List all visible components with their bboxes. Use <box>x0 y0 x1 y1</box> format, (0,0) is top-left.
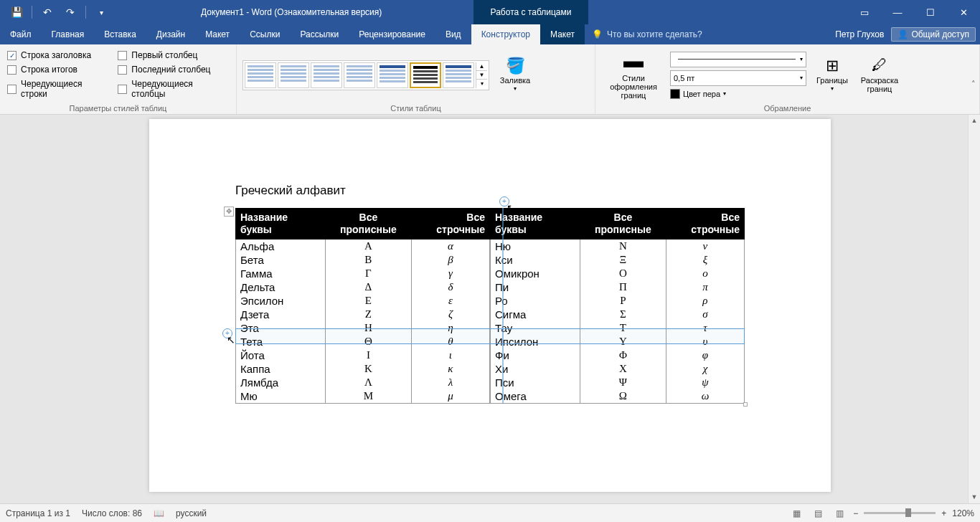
zoom-slider[interactable] <box>864 512 936 514</box>
table-row[interactable]: ЭтаΗη <box>236 321 490 335</box>
table-row[interactable]: ТетаΘθ <box>236 335 490 348</box>
gallery-up-icon[interactable]: ▲ <box>476 62 487 71</box>
cell-name[interactable]: Лямбда <box>236 376 326 389</box>
cell-lower[interactable]: β <box>411 253 489 267</box>
checkbox-banded-rows[interactable] <box>7 85 17 94</box>
col-lower[interactable]: Все строчные <box>411 209 489 239</box>
cell-lower[interactable]: ε <box>411 294 489 308</box>
cell-name[interactable]: Тета <box>236 335 326 348</box>
cell-name[interactable]: Альфа <box>236 239 326 253</box>
cell-name[interactable]: Бета <box>236 253 326 267</box>
cell-upper[interactable]: Γ <box>325 267 411 280</box>
ribbon-display-icon[interactable]: ▭ <box>848 0 881 24</box>
cell-upper[interactable]: Ρ <box>580 294 666 308</box>
table-row[interactable]: ОмикронΟο <box>491 267 745 280</box>
table-move-handle[interactable]: ✥ <box>224 207 234 217</box>
cell-upper[interactable]: Υ <box>580 335 666 348</box>
cell-lower[interactable]: φ <box>666 348 744 362</box>
pen-color-button[interactable]: Цвет пера▾ <box>670 89 806 99</box>
tab-review[interactable]: Рецензирование <box>349 24 435 44</box>
cell-upper[interactable]: Ν <box>580 239 666 253</box>
cell-name[interactable]: Хи <box>491 362 580 376</box>
insert-row-indicator[interactable]: + <box>222 328 232 338</box>
status-language[interactable]: русский <box>176 508 207 518</box>
table-row[interactable]: НюΝν <box>491 239 745 253</box>
cell-name[interactable]: Ро <box>491 294 580 308</box>
redo-button[interactable]: ↷ <box>60 2 81 22</box>
line-weight-dropdown[interactable]: 0,5 пт▾ <box>670 70 806 86</box>
cell-name[interactable]: Омега <box>491 389 580 404</box>
cell-lower[interactable]: ω <box>666 389 744 404</box>
cell-upper[interactable]: Ε <box>325 294 411 308</box>
scroll-up-icon[interactable]: ▲ <box>969 115 980 127</box>
cell-upper[interactable]: Δ <box>325 280 411 294</box>
cell-upper[interactable]: Π <box>580 280 666 294</box>
cell-lower[interactable]: χ <box>666 362 744 376</box>
greek-table-left[interactable]: Название буквы Все прописные Все строчны… <box>235 208 490 404</box>
table-row[interactable]: КаппаΚκ <box>236 362 490 376</box>
style-thumb-7[interactable] <box>443 62 474 88</box>
table-row[interactable]: ФиΦφ <box>491 348 745 362</box>
col-name[interactable]: Название буквы <box>491 209 580 239</box>
tab-references[interactable]: Ссылки <box>240 24 290 44</box>
gallery-more-icon[interactable]: ▾ <box>476 80 487 87</box>
cell-upper[interactable]: Θ <box>325 335 411 348</box>
table-style-gallery[interactable]: ▲ ▼ ▾ <box>242 60 489 90</box>
tab-file[interactable]: Файл <box>0 24 42 44</box>
maximize-button[interactable]: ☐ <box>914 0 947 24</box>
cell-upper[interactable]: Λ <box>325 376 411 389</box>
cell-upper[interactable]: Ζ <box>325 308 411 321</box>
minimize-button[interactable]: — <box>881 0 914 24</box>
cell-name[interactable]: Дельта <box>236 280 326 294</box>
cell-upper[interactable]: Ω <box>580 389 666 404</box>
cell-name[interactable]: Омикрон <box>491 267 580 280</box>
cell-upper[interactable]: Ο <box>580 267 666 280</box>
table-row[interactable]: ХиΧχ <box>491 362 745 376</box>
borders-button[interactable]: ⊞ Границы ▾ <box>811 51 854 100</box>
cell-lower[interactable]: δ <box>411 280 489 294</box>
border-styles-button[interactable]: ▬ Стили оформления границ <box>601 51 666 100</box>
col-upper[interactable]: Все прописные <box>580 209 666 239</box>
table-row[interactable]: СигмаΣσ <box>491 308 745 321</box>
scroll-track[interactable] <box>970 127 979 491</box>
cell-name[interactable]: Гамма <box>236 267 326 280</box>
tell-me-search[interactable]: 💡 Что вы хотите сделать? <box>592 24 702 44</box>
cell-upper[interactable]: Β <box>325 253 411 267</box>
share-button[interactable]: 👤 Общий доступ <box>891 27 976 42</box>
cell-upper[interactable]: Μ <box>325 389 411 404</box>
cell-lower[interactable]: τ <box>666 321 744 335</box>
tab-home[interactable]: Главная <box>42 24 95 44</box>
style-thumb-selected[interactable] <box>410 62 441 88</box>
border-painter-button[interactable]: 🖊 Раскраска границ <box>858 51 901 100</box>
table-row[interactable]: КсиΞξ <box>491 253 745 267</box>
col-name[interactable]: Название буквы <box>236 209 326 239</box>
table-row[interactable]: ПиΠπ <box>491 280 745 294</box>
cell-lower[interactable]: σ <box>666 308 744 321</box>
table-row[interactable]: МюΜμ <box>236 389 490 404</box>
tab-layout[interactable]: Макет <box>195 24 240 44</box>
gallery-down-icon[interactable]: ▼ <box>476 71 487 80</box>
line-style-dropdown[interactable]: ▾ <box>670 52 806 67</box>
cell-upper[interactable]: Α <box>325 239 411 253</box>
cell-name[interactable]: Ипсилон <box>491 335 580 348</box>
cell-upper[interactable]: Φ <box>580 348 666 362</box>
table-row[interactable]: РоΡρ <box>491 294 745 308</box>
insert-column-indicator[interactable]: + <box>499 196 509 207</box>
style-thumb-5[interactable] <box>377 62 408 88</box>
cell-lower[interactable]: ζ <box>411 308 489 321</box>
tab-design[interactable]: Дизайн <box>146 24 195 44</box>
checkbox-header-row[interactable]: ✓ <box>7 51 17 60</box>
vertical-scrollbar[interactable]: ▲ ▼ <box>968 115 980 503</box>
cell-name[interactable]: Пи <box>491 280 580 294</box>
document-heading[interactable]: Греческий алфавит <box>235 184 745 198</box>
cell-name[interactable]: Фи <box>491 348 580 362</box>
col-lower[interactable]: Все строчные <box>666 209 744 239</box>
cell-name[interactable]: Мю <box>236 389 326 404</box>
undo-button[interactable]: ↶ <box>37 2 58 22</box>
checkbox-banded-cols[interactable] <box>118 85 127 94</box>
tab-view[interactable]: Вид <box>435 24 471 44</box>
cell-upper[interactable]: Ψ <box>580 376 666 389</box>
cell-upper[interactable]: Ι <box>325 348 411 362</box>
view-web-icon[interactable]: ▥ <box>831 506 847 521</box>
cell-lower[interactable]: ν <box>666 239 744 253</box>
